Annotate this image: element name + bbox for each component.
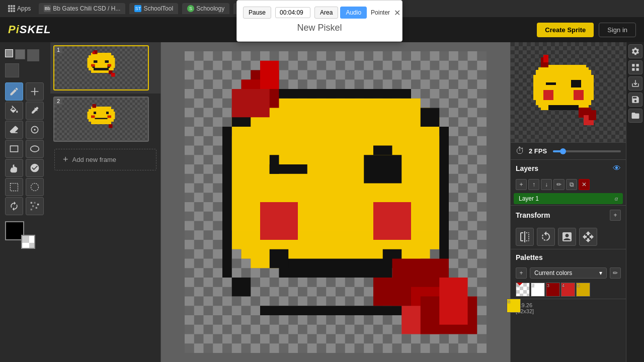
export-button[interactable] xyxy=(628,76,642,90)
svg-rect-7 xyxy=(34,202,35,204)
edit-palette-button[interactable]: ✏ xyxy=(610,267,621,279)
fps-slider[interactable] xyxy=(553,150,621,152)
flip-horizontal-button[interactable] xyxy=(516,228,534,246)
eyedropper-tool[interactable] xyxy=(26,102,44,120)
add-layer-button[interactable]: + xyxy=(516,179,527,190)
svg-rect-20 xyxy=(91,64,95,67)
layers-header[interactable]: Layers 👁 xyxy=(511,160,626,177)
grid-view-button[interactable] xyxy=(628,60,642,74)
app-logo: PiSKEL xyxy=(8,23,51,36)
save-button[interactable] xyxy=(628,93,642,107)
layer-1-name: Layer 1 xyxy=(519,195,611,202)
canvas-area[interactable] xyxy=(161,42,510,362)
move-layer-up-button[interactable]: ↑ xyxy=(528,179,539,190)
folder-button[interactable] xyxy=(628,109,642,123)
svg-rect-15 xyxy=(94,60,98,63)
palettes-header: Palettes xyxy=(511,249,626,265)
line-tool[interactable] xyxy=(26,82,44,101)
svg-rect-2 xyxy=(11,146,18,152)
tab-2[interactable]: ST SchoolTool xyxy=(129,3,178,14)
add-frame-button[interactable]: + Add new frame xyxy=(54,149,156,170)
size-small[interactable] xyxy=(5,49,13,57)
time-input[interactable] xyxy=(275,7,310,18)
move-layer-down-button[interactable]: ↓ xyxy=(541,179,552,190)
size-xlarge[interactable] xyxy=(5,63,19,77)
layer-1-row[interactable]: Layer 1 α xyxy=(514,193,623,204)
palette-swatch-4[interactable]: 4 xyxy=(561,283,575,297)
palette-swatch-1[interactable]: 1 xyxy=(516,283,530,297)
palette-selector[interactable]: Current colors ▾ xyxy=(530,267,607,279)
add-transform-button[interactable]: + xyxy=(610,210,621,221)
lasso-circle-tool[interactable] xyxy=(26,178,44,196)
pause-button[interactable]: Pause xyxy=(243,7,271,19)
frame-2[interactable]: 2 xyxy=(50,94,160,145)
ellipse-tool[interactable] xyxy=(26,140,44,158)
settings-button[interactable] xyxy=(628,44,642,58)
edit-layer-button[interactable]: ✏ xyxy=(553,179,565,190)
frames-panel: 1 xyxy=(50,42,161,362)
move-all-button[interactable] xyxy=(579,228,597,246)
svg-rect-34 xyxy=(93,104,97,108)
mirror-button[interactable] xyxy=(558,228,576,246)
svg-point-3 xyxy=(31,146,39,152)
color-picker-tool[interactable] xyxy=(26,159,44,177)
palette-swatch-2[interactable]: 2 xyxy=(531,283,545,297)
palette-swatch-6[interactable]: 6 xyxy=(507,299,521,313)
palette-swatch-3[interactable]: 3 xyxy=(546,283,560,297)
create-sprite-button[interactable]: Create Sprite xyxy=(537,23,594,37)
magic-wand-tool[interactable] xyxy=(26,121,44,139)
frame-1[interactable]: 1 xyxy=(50,42,160,94)
tab-3[interactable]: S Schoology xyxy=(182,3,229,14)
layers-toolbar: + ↑ ↓ ✏ ⧉ ✕ xyxy=(511,177,626,192)
eraser-tool[interactable] xyxy=(5,121,23,139)
background-color[interactable] xyxy=(21,235,35,249)
svg-rect-44 xyxy=(222,136,449,231)
rectangle-tool[interactable] xyxy=(5,140,23,158)
svg-rect-51 xyxy=(232,278,251,297)
add-frame-label: Add new frame xyxy=(72,156,116,163)
bucket-tool[interactable] xyxy=(5,102,23,120)
pan-tool[interactable] xyxy=(5,159,23,177)
close-popup-icon[interactable]: ✕ xyxy=(394,8,400,18)
svg-rect-68 xyxy=(373,278,411,306)
chevron-down-icon: ▾ xyxy=(599,269,602,277)
preview-canvas xyxy=(528,52,609,133)
svg-rect-9 xyxy=(32,205,34,207)
duplicate-layer-button[interactable]: ⧉ xyxy=(566,179,577,190)
tab-1[interactable]: Bb Bb Gates Chili CSD / H... xyxy=(39,3,125,14)
add-palette-button[interactable]: + xyxy=(516,267,527,279)
palette-colors: 1 2 3 4 5 xyxy=(511,281,626,299)
delete-layer-button[interactable]: ✕ xyxy=(579,179,590,190)
audio-option[interactable]: Audio xyxy=(340,7,367,19)
add-frame-icon: + xyxy=(63,154,68,165)
palette-swatch-5[interactable]: 5 xyxy=(576,283,590,297)
svg-rect-80 xyxy=(574,90,584,100)
pointer-label: Pointer xyxy=(371,9,390,16)
svg-rect-78 xyxy=(571,80,581,87)
area-option[interactable]: Area xyxy=(314,7,338,19)
svg-rect-47 xyxy=(222,127,232,278)
rotate-ccw-button[interactable] xyxy=(537,228,555,246)
svg-rect-83 xyxy=(543,55,548,62)
lasso-tool[interactable] xyxy=(5,178,23,196)
noise-tool[interactable] xyxy=(26,197,44,215)
apps-button[interactable]: Apps xyxy=(4,3,35,14)
svg-point-1 xyxy=(34,129,35,130)
tools-grid xyxy=(0,80,50,217)
svg-rect-17 xyxy=(94,68,109,70)
layers-visible-icon[interactable]: 👁 xyxy=(613,164,621,173)
fps-slider-thumb[interactable] xyxy=(560,148,566,154)
size-medium[interactable] xyxy=(15,49,25,59)
header-buttons: Create Sprite Sign in xyxy=(537,23,636,37)
palette-current-label: Current colors xyxy=(534,269,572,277)
pixel-canvas[interactable] xyxy=(180,51,492,353)
size-large[interactable] xyxy=(27,49,39,61)
palettes-section: Palettes + Current colors ▾ ✏ xyxy=(511,249,626,299)
tab-2-label: SchoolTool xyxy=(143,5,173,12)
svg-rect-50 xyxy=(421,108,440,127)
svg-rect-11 xyxy=(31,209,32,210)
pencil-tool[interactable] xyxy=(5,82,23,101)
rotate-tool[interactable] xyxy=(5,197,23,215)
transform-header[interactable]: Transform + xyxy=(511,206,626,225)
sign-in-button[interactable]: Sign in xyxy=(599,23,636,37)
